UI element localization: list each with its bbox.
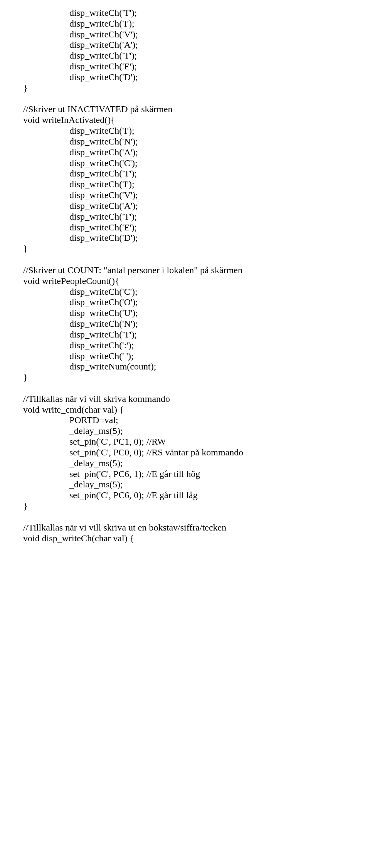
code-line: //Skriver ut COUNT: "antal personer i lo… <box>23 265 347 276</box>
code-line: disp_writeCh('N'); <box>23 319 347 329</box>
code-line: disp_writeCh('T'); <box>23 168 347 179</box>
code-line: disp_writeCh('I'); <box>23 18 347 29</box>
code-line: disp_writeCh('V'); <box>23 190 347 201</box>
code-line: disp_writeCh('E'); <box>23 222 347 233</box>
code-line: disp_writeCh('D'); <box>23 72 347 83</box>
code-line: disp_writeCh('V'); <box>23 29 347 40</box>
code-line: disp_writeCh('A'); <box>23 40 347 50</box>
code-line: disp_writeCh('N'); <box>23 136 347 147</box>
code-line: disp_writeCh('U'); <box>23 308 347 319</box>
code-line: _delay_ms(5); <box>23 458 347 469</box>
code-line: disp_writeCh('T'); <box>23 8 347 18</box>
code-line: disp_writeNum(count); <box>23 361 347 372</box>
code-line <box>23 254 347 265</box>
code-line <box>23 383 347 394</box>
code-line: set_pin('C', PC0, 0); //RS väntar på kom… <box>23 447 347 458</box>
code-line: disp_writeCh('T'); <box>23 329 347 340</box>
code-line: _delay_ms(5); <box>23 479 347 490</box>
code-line: disp_writeCh('E'); <box>23 61 347 72</box>
code-line: void writePeopleCount(){ <box>23 276 347 287</box>
code-line: set_pin('C', PC6, 0); //E går till låg <box>23 490 347 501</box>
code-line: } <box>23 243 347 254</box>
code-line: disp_writeCh('T'); <box>23 50 347 61</box>
code-line: disp_writeCh('I'); <box>23 126 347 136</box>
code-line: } <box>23 83 347 94</box>
code-line: disp_writeCh('T'); <box>23 212 347 222</box>
code-line: //Skriver ut INACTIVATED på skärmen <box>23 104 347 115</box>
code-line <box>23 94 347 104</box>
code-line: disp_writeCh('A'); <box>23 147 347 158</box>
code-line: void write_cmd(char val) { <box>23 405 347 415</box>
code-line: disp_writeCh(' '); <box>23 351 347 362</box>
code-line: _delay_ms(5); <box>23 426 347 437</box>
code-line: PORTD=val; <box>23 415 347 426</box>
code-line: set_pin('C', PC6, 1); //E går till hög <box>23 469 347 480</box>
code-line: //Tillkallas när vi vill skriva ut en bo… <box>23 522 347 533</box>
code-line: disp_writeCh('O'); <box>23 297 347 308</box>
code-line: disp_writeCh('I'); <box>23 179 347 190</box>
code-line: void disp_writeCh(char val) { <box>23 533 347 544</box>
code-line: } <box>23 372 347 383</box>
code-line: } <box>23 501 347 512</box>
code-line: void writeInActivated(){ <box>23 115 347 126</box>
code-line: //Tillkallas när vi vill skriva kommando <box>23 394 347 405</box>
code-line: disp_writeCh('C'); <box>23 158 347 169</box>
code-listing: disp_writeCh('T');disp_writeCh('I');disp… <box>23 8 347 544</box>
code-line: disp_writeCh('C'); <box>23 287 347 297</box>
code-line: disp_writeCh('D'); <box>23 233 347 243</box>
code-line: set_pin('C', PC1, 0); //RW <box>23 437 347 447</box>
code-line: disp_writeCh('A'); <box>23 201 347 212</box>
code-line: disp_writeCh(':'); <box>23 340 347 351</box>
code-line <box>23 512 347 522</box>
